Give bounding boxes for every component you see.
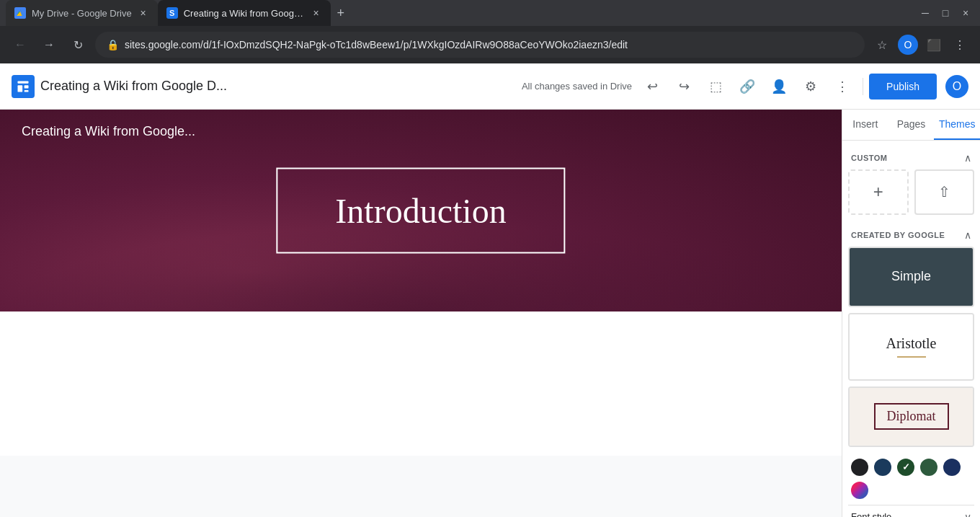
theme-aristotle-text: Aristotle: [886, 335, 937, 352]
theme-diplomat-text: Diplomat: [874, 403, 949, 430]
intro-text: Introduction: [335, 192, 506, 230]
theme-simple-preview: Simple: [850, 248, 973, 306]
color-row: [848, 453, 974, 505]
drive-favicon: [14, 7, 26, 19]
theme-diplomat-card[interactable]: Diplomat: [848, 386, 974, 447]
color-palette-icon[interactable]: [851, 482, 868, 499]
tab-sites-close[interactable]: ×: [311, 7, 322, 19]
svg-rect-3: [18, 81, 29, 83]
right-panel: Insert Pages Themes CUSTOM ∧ + ⇧ CREATED…: [842, 110, 980, 517]
close-button[interactable]: ×: [957, 4, 974, 22]
back-button[interactable]: ←: [9, 33, 32, 56]
color-dark-green[interactable]: [897, 459, 914, 476]
maximize-button[interactable]: □: [937, 4, 954, 22]
font-dropdown-arrow[interactable]: ∨: [964, 511, 971, 517]
redo-button[interactable]: ↪: [669, 72, 698, 101]
forward-button[interactable]: →: [37, 33, 61, 56]
lock-icon: 🔒: [107, 39, 119, 50]
add-theme-card[interactable]: +: [848, 169, 909, 215]
panel-content: CUSTOM ∧ + ⇧ CREATED BY GOOGLE ∧ Simple: [842, 141, 980, 517]
extensions-icon[interactable]: ⬛: [922, 33, 945, 56]
theme-simple-card[interactable]: Simple: [848, 247, 974, 307]
link-button[interactable]: 🔗: [733, 72, 762, 101]
theme-diplomat-preview: Diplomat: [850, 388, 973, 446]
google-chevron-icon[interactable]: ∧: [964, 229, 971, 241]
chrome-profile-icon[interactable]: O: [896, 33, 919, 56]
color-dark-blue[interactable]: [943, 459, 961, 476]
google-section-label: CREATED BY GOOGLE: [851, 231, 945, 239]
toolbar-divider: [863, 78, 863, 95]
undo-button[interactable]: ↩: [638, 72, 667, 101]
svg-rect-4: [18, 85, 23, 92]
custom-section-label: CUSTOM: [851, 154, 887, 162]
tab-insert[interactable]: Insert: [842, 110, 888, 140]
address-bar: ← → ↻ 🔒 sites.google.com/d/1f-IOxDmzdSQH…: [0, 26, 980, 63]
chrome-menu-button[interactable]: ⋮: [948, 33, 971, 56]
add-user-button[interactable]: 👤: [765, 72, 793, 101]
app-bar: Creating a Wiki from Google D... All cha…: [0, 63, 980, 110]
tab-sites-title: Creating a Wiki from Google Doc...: [184, 8, 305, 19]
site-header-title: Creating a Wiki from Google...: [22, 124, 195, 139]
address-text: sites.google.com/d/1f-IOxDmzdSQH2-NaPgk-…: [125, 39, 853, 50]
new-tab-button[interactable]: +: [331, 3, 351, 23]
preview-button[interactable]: ⬚: [701, 72, 730, 101]
sites-logo: [12, 75, 35, 98]
custom-section-header: CUSTOM ∧: [848, 146, 974, 169]
tab-drive-close[interactable]: ×: [138, 7, 149, 19]
svg-rect-5: [24, 85, 29, 88]
color-navy[interactable]: [874, 459, 891, 476]
upload-theme-icon: ⇧: [938, 183, 950, 200]
google-section-header: CREATED BY GOOGLE ∧: [848, 224, 974, 247]
custom-chevron-icon[interactable]: ∧: [964, 152, 971, 164]
color-black[interactable]: [851, 459, 868, 476]
custom-theme-grid: + ⇧: [848, 169, 974, 215]
theme-aristotle-preview: Aristotle: [850, 314, 973, 379]
toolbar-icons: ↩ ↪ ⬚ 🔗 👤 ⚙ ⋮ Publish O: [638, 72, 968, 101]
refresh-button[interactable]: ↻: [66, 33, 89, 56]
theme-simple-text: Simple: [891, 269, 931, 284]
tab-sites[interactable]: S Creating a Wiki from Google Doc... ×: [158, 0, 331, 26]
content-area: Creating a Wiki from Google... Introduct…: [0, 110, 842, 517]
app-profile-avatar[interactable]: O: [945, 75, 968, 98]
tab-themes[interactable]: Themes: [934, 110, 980, 140]
address-field[interactable]: 🔒 sites.google.com/d/1f-IOxDmzdSQH2-NaPg…: [95, 32, 865, 58]
font-style-label: Font style: [851, 511, 891, 517]
chrome-profile-circle: O: [898, 35, 918, 55]
chrome-controls: ─ □ ×: [917, 4, 974, 22]
content-body: [0, 311, 842, 456]
color-forest[interactable]: [920, 459, 937, 476]
doc-title: Creating a Wiki from Google D...: [40, 79, 516, 94]
font-style-row: Font style ∨: [848, 505, 974, 517]
address-actions: ☆ O ⬛ ⋮: [870, 33, 971, 56]
tab-drive[interactable]: My Drive - Google Drive ×: [6, 0, 158, 26]
add-theme-icon: +: [873, 182, 883, 202]
panel-tabs: Insert Pages Themes: [842, 110, 980, 141]
settings-button[interactable]: ⚙: [796, 72, 825, 101]
sites-favicon: S: [166, 7, 178, 19]
site-header: Creating a Wiki from Google... Introduct…: [0, 110, 842, 311]
browser-chrome: My Drive - Google Drive × S Creating a W…: [0, 0, 980, 26]
tab-drive-title: My Drive - Google Drive: [32, 8, 132, 19]
saved-status: All changes saved in Drive: [522, 81, 632, 92]
theme-aristotle-line: [897, 356, 926, 358]
svg-rect-6: [24, 90, 29, 92]
theme-aristotle-card[interactable]: Aristotle: [848, 313, 974, 381]
publish-button[interactable]: Publish: [869, 74, 937, 100]
main-layout: Creating a Wiki from Google... Introduct…: [0, 110, 980, 517]
more-button[interactable]: ⋮: [828, 72, 857, 101]
intro-box[interactable]: Introduction: [276, 168, 565, 254]
minimize-button[interactable]: ─: [917, 4, 934, 22]
upload-theme-card[interactable]: ⇧: [914, 169, 975, 215]
bookmark-icon[interactable]: ☆: [870, 33, 894, 56]
tab-pages[interactable]: Pages: [888, 110, 935, 140]
